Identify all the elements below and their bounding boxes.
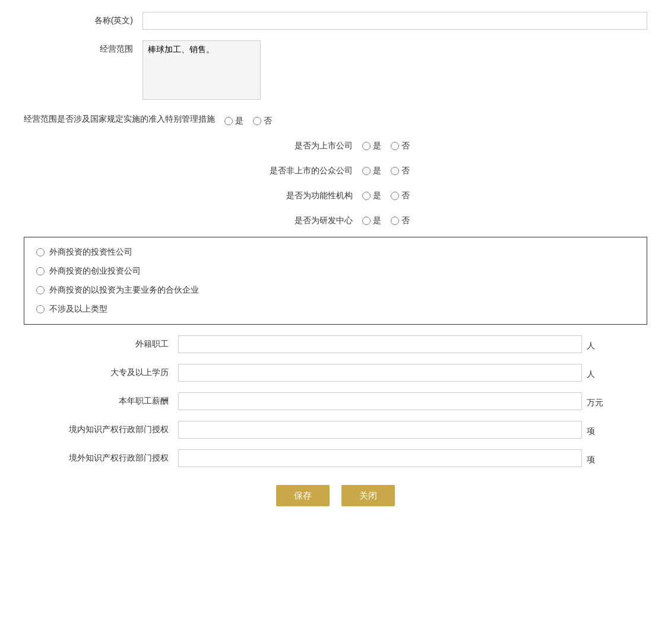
listed-yes-radio[interactable] — [362, 142, 371, 150]
annual-salary-row: 本年职工薪酬 万元 — [24, 392, 647, 410]
non-listed-yes-radio[interactable] — [362, 167, 371, 175]
non-listed-yes-text: 是 — [373, 166, 381, 176]
foreign-investment-section: 外商投资的投资性公司 外商投资的创业投资公司 外商投资的以投资为主要业务的合伙企… — [24, 237, 647, 325]
domestic-ip-label: 境内知识产权行政部门授权 — [24, 424, 178, 435]
listed-no-label[interactable]: 否 — [391, 141, 410, 151]
non-listed-public-label: 是否非上市的公众公司 — [255, 162, 362, 176]
functional-org-row: 是否为功能性机构 是 否 — [24, 187, 647, 201]
special-mgmt-yes-text: 是 — [235, 116, 243, 126]
listed-yes-text: 是 — [373, 141, 381, 151]
listed-no-text: 否 — [401, 141, 410, 151]
foreign-investment-radio-0[interactable] — [36, 248, 45, 256]
functional-radio-group: 是 否 — [362, 187, 416, 201]
college-edu-label: 大专及以上学历 — [24, 367, 178, 378]
non-listed-no-text: 否 — [401, 166, 410, 176]
functional-org-label: 是否为功能性机构 — [255, 187, 362, 201]
functional-yes-label[interactable]: 是 — [362, 191, 381, 201]
functional-no-label[interactable]: 否 — [391, 191, 410, 201]
foreign-staff-label: 外籍职工 — [24, 339, 178, 350]
special-mgmt-no-radio[interactable] — [253, 117, 261, 125]
domestic-ip-row: 境内知识产权行政部门授权 项 — [24, 421, 647, 439]
foreign-staff-row: 外籍职工 人 — [24, 335, 647, 353]
name-en-label: 各称(英文) — [24, 12, 143, 26]
listed-yes-label[interactable]: 是 — [362, 141, 381, 151]
foreign-ip-label: 境外知识产权行政部门授权 — [24, 453, 178, 464]
foreign-investment-radio-2[interactable] — [36, 286, 45, 294]
listed-radio-group: 是 否 — [362, 137, 416, 151]
domestic-ip-unit: 项 — [582, 423, 595, 437]
business-scope-row: 经营范围 棒球加工、销售。 — [24, 40, 647, 101]
functional-no-text: 否 — [401, 191, 410, 201]
foreign-investment-label-2: 外商投资的以投资为主要业务的合伙企业 — [49, 285, 199, 296]
rd-radio-group: 是 否 — [362, 212, 416, 226]
listed-no-radio[interactable] — [391, 142, 399, 150]
non-listed-yes-label[interactable]: 是 — [362, 166, 381, 176]
business-scope-label: 经营范围 — [24, 40, 143, 55]
foreign-investment-label-0: 外商投资的投资性公司 — [49, 247, 132, 258]
button-row: 保存 关闭 — [24, 485, 647, 506]
name-en-row: 各称(英文) — [24, 12, 647, 30]
rd-yes-radio[interactable] — [362, 217, 371, 225]
close-button[interactable]: 关闭 — [341, 485, 395, 506]
foreign-staff-unit: 人 — [582, 337, 595, 351]
foreign-investment-label-1: 外商投资的创业投资公司 — [49, 266, 141, 277]
special-mgmt-no-text: 否 — [264, 116, 272, 126]
annual-salary-input[interactable] — [178, 392, 582, 410]
annual-salary-label: 本年职工薪酬 — [24, 396, 178, 407]
college-edu-row: 大专及以上学历 人 — [24, 364, 647, 382]
listed-company-row: 是否为上市公司 是 否 — [24, 137, 647, 151]
name-en-input[interactable] — [143, 12, 647, 30]
foreign-investment-radio-1[interactable] — [36, 267, 45, 275]
foreign-investment-label-3: 不涉及以上类型 — [49, 304, 107, 315]
rd-yes-label[interactable]: 是 — [362, 215, 381, 226]
foreign-ip-unit: 项 — [582, 451, 595, 465]
annual-salary-unit: 万元 — [582, 394, 603, 408]
special-mgmt-radio-group: 是 否 — [224, 112, 278, 126]
foreign-investment-item-3[interactable]: 不涉及以上类型 — [36, 304, 635, 315]
special-mgmt-yes-label[interactable]: 是 — [224, 116, 243, 126]
functional-yes-radio[interactable] — [362, 192, 371, 200]
listed-company-label: 是否为上市公司 — [255, 137, 362, 151]
non-listed-radio-group: 是 否 — [362, 162, 416, 176]
non-listed-no-radio[interactable] — [391, 167, 399, 175]
business-scope-textarea[interactable]: 棒球加工、销售。 — [143, 40, 261, 100]
foreign-investment-radio-3[interactable] — [36, 305, 45, 313]
rd-no-text: 否 — [401, 215, 410, 226]
rd-yes-text: 是 — [373, 215, 381, 226]
business-scope-wrapper: 棒球加工、销售。 — [143, 40, 647, 101]
college-edu-unit: 人 — [582, 366, 595, 380]
special-mgmt-row: 经营范围是否涉及国家规定实施的准入特别管理措施 是 否 — [24, 112, 647, 126]
domestic-ip-input[interactable] — [178, 421, 582, 439]
rd-center-label: 是否为研发中心 — [255, 212, 362, 226]
rd-no-label[interactable]: 否 — [391, 215, 410, 226]
rd-center-row: 是否为研发中心 是 否 — [24, 212, 647, 226]
special-mgmt-no-label[interactable]: 否 — [253, 116, 272, 126]
save-button[interactable]: 保存 — [276, 485, 330, 506]
non-listed-no-label[interactable]: 否 — [391, 166, 410, 176]
foreign-staff-input[interactable] — [178, 335, 582, 353]
non-listed-public-row: 是否非上市的公众公司 是 否 — [24, 162, 647, 176]
special-mgmt-yes-radio[interactable] — [224, 117, 233, 125]
foreign-investment-item-1[interactable]: 外商投资的创业投资公司 — [36, 266, 635, 277]
foreign-investment-item-2[interactable]: 外商投资的以投资为主要业务的合伙企业 — [36, 285, 635, 296]
foreign-ip-input[interactable] — [178, 449, 582, 467]
special-mgmt-label: 经营范围是否涉及国家规定实施的准入特别管理措施 — [24, 114, 224, 125]
college-edu-input[interactable] — [178, 364, 582, 382]
rd-no-radio[interactable] — [391, 217, 399, 225]
functional-no-radio[interactable] — [391, 192, 399, 200]
foreign-ip-row: 境外知识产权行政部门授权 项 — [24, 449, 647, 467]
functional-yes-text: 是 — [373, 191, 381, 201]
foreign-investment-item-0[interactable]: 外商投资的投资性公司 — [36, 247, 635, 258]
form-container: 各称(英文) 经营范围 棒球加工、销售。 经营范围是否涉及国家规定实施的准入特别… — [24, 12, 647, 506]
